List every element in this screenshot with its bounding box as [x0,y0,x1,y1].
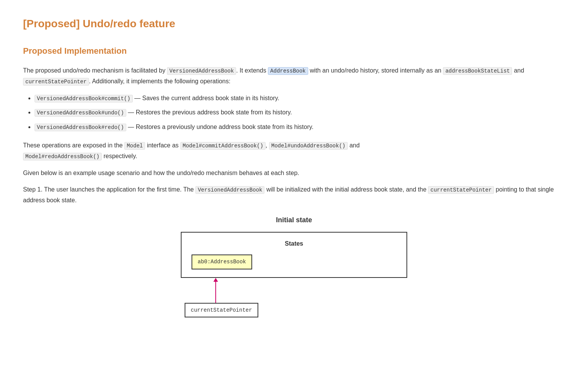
states-box: States ab0:AddressBook [181,232,407,278]
p2-code-model: Model [124,142,145,150]
paragraph-4: Step 1. The user launches the applicatio… [23,184,565,205]
code-redo: VersionedAddressBook#redo() [35,124,126,131]
p2-text-after: respectively. [102,153,137,159]
ab-box: ab0:AddressBook [192,254,252,269]
diagram-section: Initial state States ab0:AddressBook cur… [23,215,565,317]
arrow-line [215,282,216,303]
p4-text-before: Step 1. The user launches the applicatio… [23,186,195,193]
p1-text-between1: . It extends [236,67,268,74]
diagram-title: Initial state [276,215,312,226]
list-item-redo: VersionedAddressBook#redo() — Restores a… [35,122,565,132]
p4-code-pointer: currentStatePointer [428,186,494,194]
operations-list: VersionedAddressBook#commit() — Saves th… [35,93,565,132]
p1-code-statelist: addressBookStateList [443,67,512,75]
p2-code-undo: Model#undoAddressBook() [269,142,348,150]
section-heading: Proposed Implementation [23,44,565,58]
p1-text-between2: with an undo/redo history, stored intern… [308,67,443,74]
p1-text-after: . Additionally, it implements the follow… [89,78,231,84]
paragraph-1: The proposed undo/redo mechanism is faci… [23,65,565,87]
p1-code-vab: VersionedAddressBook [167,67,236,75]
list-item-commit: VersionedAddressBook#commit() — Saves th… [35,93,565,104]
p2-text-between3: and [348,142,360,149]
bullet2-text: — Restores the previous address book sta… [126,109,292,116]
page-title: [Proposed] Undo/redo feature [23,15,565,33]
p2-text-between2: , [266,142,269,149]
code-commit: VersionedAddressBook#commit() [35,95,133,102]
bullet3-text: — Restores a previously undone address b… [126,124,314,130]
pointer-box: currentStatePointer [185,303,258,317]
p2-text-before: These operations are exposed in the [23,142,124,149]
p1-code-addressbook: AddressBook [268,67,308,75]
p4-code-vab: VersionedAddressBook [195,186,264,194]
paragraph-3: Given below is an example usage scenario… [23,168,565,178]
arrow-tip-up [213,278,218,282]
p2-code-commit: Model#commitAddressBook() [180,142,266,150]
p4-text-between: will be initialized with the initial add… [264,186,428,193]
code-undo: VersionedAddressBook#undo() [35,109,126,117]
p1-text-between3: and [512,67,524,74]
paragraph-2: These operations are exposed in the Mode… [23,140,565,162]
list-item-undo: VersionedAddressBook#undo() — Restores t… [35,107,565,118]
p1-code-statepointer: currentStatePointer [23,78,89,86]
p2-text-between1: interface as [145,142,180,149]
states-label: States [188,239,400,249]
bullet1-text: — Saves the current address book state i… [133,95,279,101]
p1-text-before: The proposed undo/redo mechanism is faci… [23,67,167,74]
p2-code-redo: Model#redoAddressBook() [23,153,102,160]
